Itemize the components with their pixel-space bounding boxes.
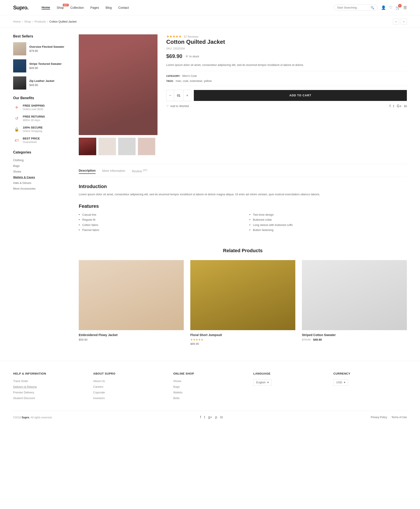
secure-icon: 🔒 xyxy=(13,126,20,133)
footer-shoes[interactable]: Shoes xyxy=(173,379,181,383)
terms-of-use-link[interactable]: Terms of Use xyxy=(391,416,407,419)
social-google[interactable]: g+ xyxy=(208,415,212,419)
category-hats[interactable]: Hats & Gloves xyxy=(13,181,31,185)
breadcrumb-prev[interactable]: ‹ xyxy=(393,18,399,24)
breadcrumb-products[interactable]: Products xyxy=(35,20,46,23)
category-wallets[interactable]: Wallets & Cases xyxy=(13,176,35,179)
menu-icon[interactable]: ☰ xyxy=(403,5,407,10)
footer-investors[interactable]: Investors xyxy=(93,396,105,400)
quantity-increase[interactable]: + xyxy=(184,90,191,101)
search-input[interactable] xyxy=(337,6,369,9)
list-item[interactable]: More Accessories xyxy=(13,187,70,190)
related-product-1[interactable]: Embroidered Flowy Jacket $59.90 xyxy=(79,260,184,346)
add-to-cart-button[interactable]: ADD TO CART xyxy=(194,90,407,101)
tab-more-info[interactable]: More Information xyxy=(102,169,125,174)
list-item[interactable]: Bags xyxy=(173,385,247,388)
related-product-2[interactable]: Floral Short Jumpsuit ★★★★★ $89.90 xyxy=(190,260,295,346)
related-price-2-current: $89.90 xyxy=(190,342,199,346)
list-item[interactable]: Shoes xyxy=(173,379,247,383)
footer-careers[interactable]: Careers xyxy=(93,385,103,388)
quantity-decrease[interactable]: − xyxy=(166,90,174,101)
category-shoes[interactable]: Shoes xyxy=(13,170,21,173)
related-section: Related Products Embroidered Flowy Jacke… xyxy=(79,239,407,354)
breadcrumb-next[interactable]: › xyxy=(401,18,407,24)
list-item[interactable]: Hats & Gloves xyxy=(13,181,70,185)
tab-description[interactable]: Description xyxy=(79,169,96,174)
list-item[interactable]: Belts xyxy=(173,396,247,400)
quantity-input[interactable] xyxy=(174,90,184,101)
list-item[interactable]: Bags xyxy=(13,164,70,168)
footer-currency-title: CURRENCY xyxy=(333,372,407,375)
footer-bags[interactable]: Bags xyxy=(173,385,180,388)
footer-student[interactable]: Student Discount xyxy=(13,396,35,400)
wishlist-button[interactable]: ♡ Add to Wishlist xyxy=(166,104,189,108)
list-item[interactable]: Delivery & Returns xyxy=(13,385,87,388)
best-seller-item[interactable]: Zip Leather Jacket $49.90 xyxy=(13,77,70,90)
list-item[interactable]: Clothing xyxy=(13,158,70,162)
nav-contact[interactable]: Contact xyxy=(118,6,129,9)
list-item[interactable]: Track Order xyxy=(13,379,87,383)
tags-value: man, coat, outerwear, yellow xyxy=(176,79,212,83)
nav-blog[interactable]: Blog xyxy=(106,6,112,9)
privacy-policy-link[interactable]: Privacy Policy xyxy=(371,416,387,419)
footer-about-us[interactable]: About Us xyxy=(93,379,105,383)
list-item[interactable]: Wallets & Cases xyxy=(13,175,70,179)
best-seller-item[interactable]: Stripe Textured Sweater $49.90 xyxy=(13,59,70,72)
nav-home[interactable]: Home xyxy=(42,6,50,10)
nav-collection[interactable]: Collection xyxy=(70,6,84,9)
user-icon[interactable]: 👤 xyxy=(381,5,386,10)
benefit-returns-sub: Within 30 days xyxy=(23,119,45,122)
share-linkedin[interactable]: in xyxy=(404,104,407,108)
thumb-3[interactable] xyxy=(118,138,136,155)
breadcrumb-shop[interactable]: Shop xyxy=(24,20,31,23)
category-more[interactable]: More Accessories xyxy=(13,187,36,190)
nav-shop[interactable]: Shop HOT xyxy=(57,6,64,9)
share-facebook[interactable]: f xyxy=(390,104,390,108)
list-item[interactable]: Careers xyxy=(93,385,167,388)
footer-premier[interactable]: Premier Delivery xyxy=(13,391,34,394)
share-google[interactable]: G+ xyxy=(397,104,402,108)
product-tags: TAGS: man, coat, outerwear, yellow xyxy=(166,79,407,83)
footer-belts[interactable]: Belts xyxy=(173,396,180,400)
footer-delivery[interactable]: Delivery & Returns xyxy=(13,385,37,388)
social-twitter[interactable]: t xyxy=(204,415,205,419)
list-item[interactable]: Investors xyxy=(93,396,167,400)
list-item[interactable]: Coporate xyxy=(93,391,167,394)
list-item[interactable]: Student Discount xyxy=(13,396,87,400)
benefit-shipping-sub: Orders over $100 xyxy=(23,108,45,111)
thumb-2[interactable] xyxy=(98,138,116,155)
language-dropdown[interactable]: English ▾ xyxy=(253,379,272,386)
footer-col-help: HELP & INFORMATION Track Order Delivery … xyxy=(13,372,87,402)
list-item[interactable]: Wallets xyxy=(173,391,247,394)
search-box[interactable]: 🔍 xyxy=(334,5,378,11)
nav-pages[interactable]: Pages xyxy=(90,6,99,9)
breadcrumb-home[interactable]: Home xyxy=(13,20,21,23)
list-item[interactable]: Shoes xyxy=(13,170,70,173)
search-icon: 🔍 xyxy=(371,6,374,9)
best-seller-item[interactable]: Oversize Flecked Sweater $79.90 xyxy=(13,42,70,55)
share-twitter[interactable]: t xyxy=(393,104,394,108)
currency-dropdown[interactable]: USD ▾ xyxy=(333,379,348,386)
footer-track-order[interactable]: Track Order xyxy=(13,379,28,383)
thumb-1[interactable] xyxy=(79,138,96,155)
category-bags[interactable]: Bags xyxy=(13,164,20,168)
list-item[interactable]: Premier Delivery xyxy=(13,391,87,394)
footer-corporate[interactable]: Coporate xyxy=(93,391,105,394)
category-clothing[interactable]: Clothing xyxy=(13,159,24,162)
social-pinterest[interactable]: p xyxy=(215,415,217,419)
wishlist-icon[interactable]: ♡ xyxy=(389,5,392,10)
footer-wallets[interactable]: Wallets xyxy=(173,391,182,394)
footer-help-links: Track Order Delivery & Returns Premier D… xyxy=(13,379,87,400)
social-facebook[interactable]: f xyxy=(200,415,201,419)
list-item[interactable]: About Us xyxy=(93,379,167,383)
thumb-4[interactable] xyxy=(138,138,155,155)
social-linkedin[interactable]: in xyxy=(220,415,223,419)
main-content: Best Sellers Oversize Flecked Sweater $7… xyxy=(0,28,420,361)
related-product-3[interactable]: Striped Cotton Sweater $79.90 $49.90 xyxy=(302,260,407,346)
stock-label: In stock xyxy=(189,55,199,58)
cart-icon[interactable]: 🛒 0 xyxy=(396,5,400,10)
benefit-price-title: BEST PRICE xyxy=(23,137,40,140)
tab-review[interactable]: Review (37) xyxy=(132,169,147,174)
intro-heading: Introduction xyxy=(79,184,407,189)
heart-icon: ♡ xyxy=(166,104,169,108)
